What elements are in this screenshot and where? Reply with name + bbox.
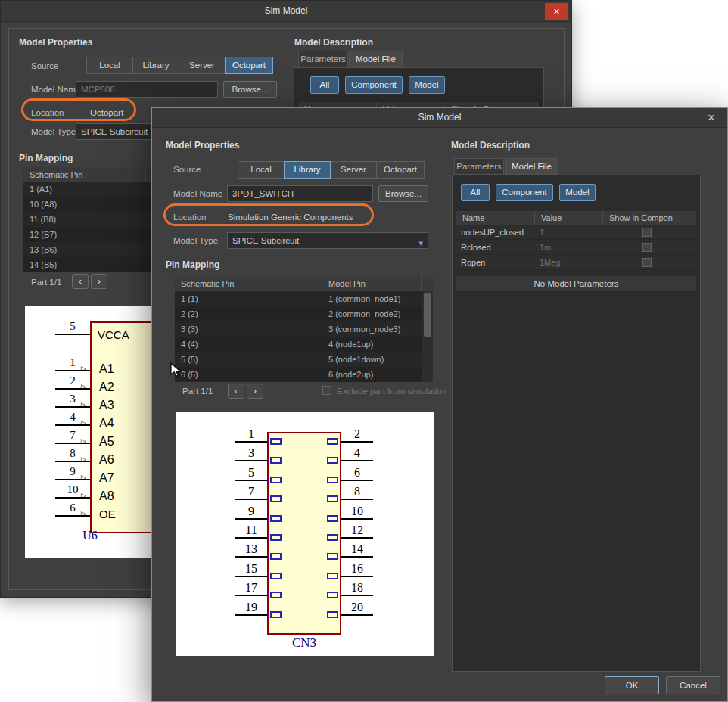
pin-8: 8: [341, 484, 373, 500]
titlebar[interactable]: Sim Model ✕: [152, 108, 727, 128]
source-octopart-button[interactable]: Octopart: [376, 161, 425, 179]
pin-7: 7: [235, 484, 267, 500]
pin-label-a3: A3: [99, 399, 114, 412]
pin-14: 14: [341, 542, 373, 558]
parameter-value: 1: [535, 228, 603, 237]
pin-5: 5: [55, 319, 90, 335]
pin-input-arrow-icon: ▷: [81, 420, 86, 427]
pin-10: 10: [341, 504, 373, 520]
filter-component-button[interactable]: Component: [496, 184, 553, 201]
previous-part-button[interactable]: ‹: [228, 384, 244, 399]
pin-table-rows: 1 (1)1 (common_node1) 2 (2)2 (common_nod…: [175, 291, 422, 382]
pin-18: 18: [341, 580, 373, 596]
filter-all-button[interactable]: All: [461, 184, 490, 201]
pad-4: [327, 457, 338, 464]
close-button[interactable]: ✕: [545, 3, 568, 20]
source-server-button[interactable]: Server: [330, 161, 377, 179]
pin-label-a6: A6: [99, 453, 114, 467]
pin-input-arrow-icon: ▷: [81, 492, 86, 499]
parameter-name: Rclosed: [456, 243, 535, 252]
pad-10: [327, 515, 338, 522]
pad-11: [270, 534, 282, 541]
model-pin-column-header[interactable]: Model Pin: [322, 276, 422, 291]
source-label: Source: [173, 165, 201, 174]
pin-1: 1: [235, 427, 267, 443]
pin-label-a2: A2: [99, 381, 114, 394]
pin-15: 15: [235, 561, 267, 577]
filter-component-button[interactable]: Component: [345, 76, 403, 94]
name-column-header[interactable]: Name: [456, 211, 535, 225]
parameter-value: 1m: [535, 243, 603, 252]
show-in-component-checkbox[interactable]: [642, 243, 652, 252]
model-name-input[interactable]: [227, 185, 373, 202]
pin-row[interactable]: 5 (5)5 (node1down): [175, 352, 422, 367]
cancel-button[interactable]: Cancel: [666, 676, 720, 694]
source-local-button[interactable]: Local: [86, 57, 133, 74]
parameter-value: 1Meg: [535, 258, 603, 267]
pad-3: [270, 457, 282, 464]
ok-button[interactable]: OK: [605, 676, 659, 694]
dialog-title: Sim Model: [152, 108, 727, 127]
source-library-button[interactable]: Library: [132, 57, 179, 74]
show-column-header[interactable]: Show in Compon: [603, 211, 696, 225]
previous-part-button[interactable]: ‹: [72, 274, 89, 289]
tab-parameters[interactable]: Parameters: [454, 158, 504, 175]
titlebar[interactable]: Sim Model ✕: [1, 1, 571, 22]
pad-1: [270, 438, 282, 445]
pad-15: [270, 573, 282, 579]
pad-20: [327, 611, 338, 618]
pad-5: [270, 477, 282, 483]
pin-row[interactable]: 6 (6)6 (node2up): [175, 367, 422, 382]
next-part-button[interactable]: ›: [247, 384, 263, 399]
pin-label-oe: OE: [99, 508, 116, 520]
pin-row[interactable]: 1 (1)1 (common_node1): [175, 291, 422, 306]
source-local-button[interactable]: Local: [238, 161, 285, 179]
filter-model-button[interactable]: Model: [559, 184, 596, 201]
filter-model-button[interactable]: Model: [409, 76, 445, 94]
pad-18: [327, 592, 338, 598]
source-octopart-button[interactable]: Octopart: [225, 57, 273, 74]
location-label: Location: [31, 108, 64, 117]
tab-model-file[interactable]: Model File: [349, 51, 403, 67]
pin-input-arrow-icon: ▷: [81, 402, 86, 408]
designator-cn3: CN3: [267, 635, 341, 651]
model-description-heading: Model Description: [294, 37, 373, 48]
pin-mapping-heading: Pin Mapping: [166, 259, 219, 270]
schematic-pin-column-header[interactable]: Schematic Pin: [23, 167, 146, 182]
browse-button[interactable]: Browse...: [223, 81, 277, 98]
parameter-table-header: Name Value Show in Compon: [456, 211, 696, 225]
model-name-input[interactable]: [76, 81, 218, 98]
pin-row[interactable]: 3 (3)3 (common_node3): [175, 321, 422, 337]
parameter-table-rows: nodesUP_closed 1 Rclosed 1m Ropen 1Meg: [456, 225, 696, 270]
show-in-component-checkbox[interactable]: [642, 258, 652, 267]
tab-model-file[interactable]: Model File: [505, 158, 558, 175]
pin-label-a7: A7: [99, 471, 114, 485]
model-type-value: SPICE Subcircuit: [232, 236, 299, 245]
tab-parameters[interactable]: Parameters: [298, 51, 348, 67]
value-column-header[interactable]: Value: [535, 211, 603, 225]
model-type-dropdown[interactable]: SPICE Subcircuit ▾: [227, 232, 428, 249]
pin-16: 16: [341, 561, 373, 577]
next-part-button[interactable]: ›: [91, 274, 107, 289]
exclude-part-checkbox[interactable]: [322, 386, 331, 395]
filter-all-button[interactable]: All: [310, 76, 339, 94]
close-button[interactable]: ✕: [703, 109, 720, 127]
dropdown-arrow-icon: ▾: [418, 235, 423, 250]
pin-input-arrow-icon: ▷: [81, 511, 86, 517]
show-in-component-checkbox[interactable]: [642, 228, 652, 237]
pin-row[interactable]: 2 (2)2 (common_node2): [175, 306, 422, 321]
pin-12: 12: [341, 523, 373, 539]
pin-6: 6: [341, 465, 373, 481]
pin-table-scrollbar[interactable]: [422, 291, 433, 382]
part-indicator: Part 1/1: [182, 387, 213, 396]
pin-row[interactable]: 4 (4)4 (node1up): [175, 337, 422, 352]
source-server-button[interactable]: Server: [179, 57, 226, 74]
pad-2: [327, 438, 338, 445]
pad-19: [270, 611, 282, 618]
browse-button[interactable]: Browse...: [378, 185, 428, 202]
parameter-name: Ropen: [456, 258, 535, 267]
pin-label-a1: A1: [99, 362, 114, 376]
scrollbar-thumb[interactable]: [424, 293, 431, 337]
schematic-pin-column-header[interactable]: Schematic Pin: [175, 276, 322, 291]
source-library-button[interactable]: Library: [284, 161, 331, 179]
